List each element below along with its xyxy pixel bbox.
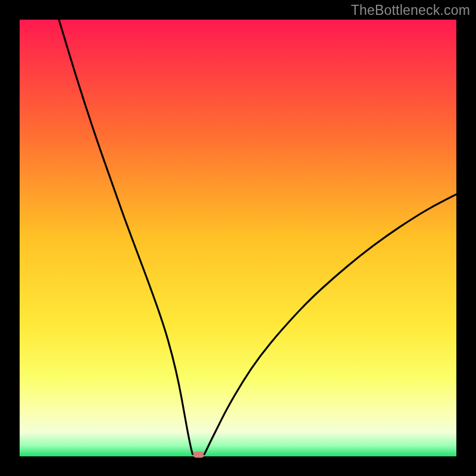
watermark-label: TheBottleneck.com	[351, 2, 470, 18]
bottleneck-chart	[0, 0, 476, 476]
chart-frame: TheBottleneck.com	[0, 0, 476, 476]
optimum-marker	[193, 452, 204, 458]
